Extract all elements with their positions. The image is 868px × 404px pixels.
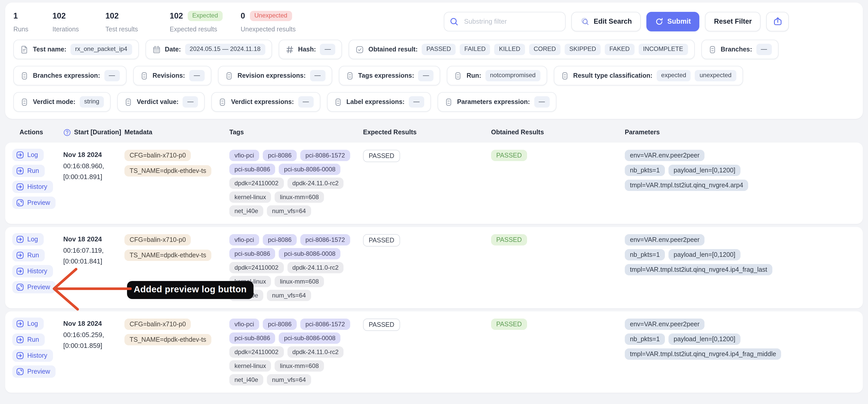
parameter-line: env=VAR.env.peer2peer: [625, 319, 855, 330]
list-icon: [444, 97, 453, 106]
filter-value[interactable]: —: [310, 70, 325, 81]
filter-row: Branches expression: — Revisions: — Revi…: [13, 66, 855, 85]
filter-chip[interactable]: Result type classification: expectedunex…: [554, 66, 743, 85]
action-preview-button[interactable]: Preview: [12, 197, 56, 209]
filter-chip[interactable]: Verdict expressions: —: [212, 92, 320, 112]
stat-label: Expected results: [170, 26, 241, 33]
arrow-box-icon: [16, 251, 24, 259]
filter-chip-label: Parameters expression:: [457, 98, 530, 106]
submit-button[interactable]: Submit: [646, 11, 700, 31]
metadata-chip: TS_NAME=dpdk-ethdev-ts: [124, 334, 211, 345]
action-run-button[interactable]: Run: [12, 249, 45, 261]
filter-value[interactable]: FAKED: [605, 44, 634, 55]
filter-chip[interactable]: Verdict mode: string: [13, 92, 111, 112]
action-preview-button[interactable]: Preview: [12, 366, 56, 378]
share-button[interactable]: [766, 11, 789, 31]
filter-value[interactable]: —: [189, 70, 205, 81]
action-label: Log: [27, 236, 38, 243]
filter-value[interactable]: INCOMPLETE: [639, 44, 688, 55]
filter-chip[interactable]: Test name: rx_one_packet_ip4: [13, 40, 138, 59]
arrow-box-icon: [16, 235, 24, 243]
filter-chip[interactable]: Label expressions: —: [327, 92, 431, 112]
filter-chip[interactable]: Date: 2024.05.15 — 2024.11.18: [145, 40, 272, 59]
filter-value[interactable]: string: [80, 96, 104, 107]
parameter-chip: nb_pkts=1: [625, 334, 665, 345]
tag-line: vfio-pcipci-8086pci-8086-1572: [229, 234, 363, 246]
column-header: Expected Results: [363, 129, 491, 136]
tag-chip: net_i40e: [229, 205, 263, 217]
filter-chip[interactable]: Revisions: —: [133, 66, 211, 85]
submit-label: Submit: [667, 18, 691, 25]
filter-value[interactable]: SKIPPED: [565, 44, 600, 55]
filter-value[interactable]: expected: [657, 70, 691, 81]
action-history-button[interactable]: History: [12, 265, 53, 278]
row-obtained-results: PASSED: [491, 318, 625, 330]
parameter-chip: env=VAR.env.peer2peer: [625, 319, 705, 330]
filter-chip[interactable]: Obtained result: PASSEDFAILEDKILLEDCORED…: [349, 40, 694, 59]
filter-value[interactable]: —: [320, 44, 336, 55]
filter-value[interactable]: unexpected: [695, 70, 736, 81]
tag-line: dpdk=24110002dpdk-24.11.0-rc2: [229, 262, 363, 273]
action-history-button[interactable]: History: [12, 181, 53, 193]
stat-label: Test results: [105, 26, 170, 33]
arrow-box-icon: [16, 267, 24, 275]
column-header-label: Obtained Results: [491, 129, 544, 136]
filter-chip[interactable]: Parameters expression: —: [438, 92, 556, 112]
filter-value[interactable]: CORED: [529, 44, 561, 55]
calendar-icon: [152, 45, 161, 54]
filter-chip[interactable]: Branches expression: —: [13, 66, 126, 85]
stat: 0 Unexpected Unexpected results: [241, 10, 296, 33]
tag-chip: pci-8086: [263, 150, 297, 161]
toolbar: Edit Search Submit Reset Filter: [444, 11, 789, 31]
filter-chip[interactable]: Tags expressions: —: [339, 66, 440, 85]
filter-chip[interactable]: Hash: —: [278, 40, 342, 59]
action-log-button[interactable]: Log: [12, 149, 44, 161]
annotation-label: Added preview log button: [127, 281, 253, 299]
filter-value[interactable]: —: [104, 70, 120, 81]
edit-search-button[interactable]: Edit Search: [571, 11, 641, 31]
row-date: Nov 18 2024: [63, 149, 124, 160]
tag-chip: dpdk-24.11.0-rc2: [287, 346, 344, 358]
filter-value[interactable]: FAILED: [460, 44, 490, 55]
filter-value[interactable]: —: [418, 70, 434, 81]
action-run-button[interactable]: Run: [12, 165, 45, 177]
filter-value[interactable]: —: [183, 96, 198, 107]
action-log-button[interactable]: Log: [12, 233, 44, 246]
action-run-button[interactable]: Run: [12, 334, 45, 346]
filter-value[interactable]: PASSED: [422, 44, 456, 55]
filter-chip[interactable]: Run: notcompromised: [447, 66, 547, 85]
filter-chip[interactable]: Revision expressions: —: [218, 66, 332, 85]
filter-chip[interactable]: Branches: —: [701, 40, 778, 59]
stat-value: 102: [170, 11, 183, 21]
action-label: Preview: [27, 199, 50, 206]
filter-value[interactable]: notcompromised: [486, 70, 540, 81]
action-label: Run: [27, 336, 39, 343]
filter-value[interactable]: rx_one_packet_ip4: [70, 44, 132, 55]
filter-value[interactable]: KILLED: [494, 44, 525, 55]
preview-icon: [16, 368, 24, 376]
row-duration: [0:00:01.891]: [63, 171, 124, 182]
action-label: History: [27, 268, 47, 275]
filter-value[interactable]: —: [409, 96, 424, 107]
parameter-line: env=VAR.env.peer2peer: [625, 234, 855, 246]
filter-chip-label: Test name:: [33, 46, 66, 53]
preview-icon: [16, 199, 24, 207]
list-icon: [124, 97, 133, 106]
table-header: ActionsStart [Duration]MetadataTagsExpec…: [5, 125, 863, 140]
tag-chip: pci-sub-8086: [229, 248, 275, 259]
action-log-button[interactable]: Log: [12, 318, 44, 330]
search-input[interactable]: [444, 11, 566, 31]
filter-chip[interactable]: Verdict value: —: [117, 92, 205, 112]
filter-value[interactable]: —: [298, 96, 313, 107]
action-history-button[interactable]: History: [12, 349, 53, 362]
filter-value[interactable]: —: [534, 96, 550, 107]
hash-icon: [285, 45, 294, 54]
filter-value[interactable]: 2024.05.15 — 2024.11.18: [185, 44, 265, 55]
filter-value[interactable]: —: [756, 44, 772, 55]
stat-value: 1: [13, 11, 18, 21]
action-label: History: [27, 352, 47, 359]
column-header-label: Tags: [229, 129, 244, 136]
row-start-duration: Nov 18 2024 00:16:07.119, [0:00:01.841]: [63, 233, 124, 267]
filter-chip-label: Run:: [467, 72, 481, 79]
reset-filter-button[interactable]: Reset Filter: [705, 11, 761, 31]
